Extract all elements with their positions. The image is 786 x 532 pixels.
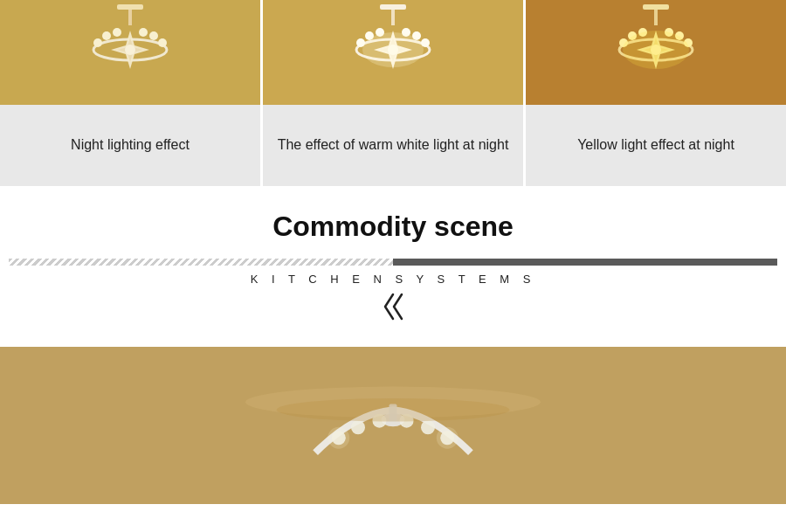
image-strip: Night lighting effect (0, 0, 786, 186)
lamp-icon-2 (336, 4, 450, 100)
svg-point-24 (362, 32, 424, 67)
divider-hatched (9, 259, 393, 266)
kitchen-label: K I T C H E N S Y S T E M S (0, 273, 786, 286)
svg-point-50 (277, 398, 510, 422)
divider-solid (393, 259, 777, 266)
svg-point-48 (328, 427, 349, 449)
svg-point-10 (149, 31, 158, 40)
chevron-down-icon (381, 289, 405, 324)
svg-rect-25 (643, 4, 669, 10)
svg-point-7 (102, 31, 111, 40)
svg-point-49 (437, 427, 458, 449)
lamp-icon-3 (599, 4, 713, 100)
svg-rect-12 (380, 4, 406, 10)
bottom-image (0, 347, 786, 504)
svg-point-46 (421, 420, 435, 434)
divider-row (9, 259, 777, 266)
lamp-icon-1 (73, 4, 187, 100)
svg-point-11 (158, 38, 167, 47)
svg-point-5 (125, 45, 135, 55)
svg-rect-1 (128, 10, 132, 25)
image-cell-3: Yellow light effect at night (526, 0, 786, 186)
svg-point-43 (351, 420, 365, 434)
svg-rect-13 (391, 10, 395, 25)
caption-1: Night lighting effect (0, 105, 260, 186)
middle-section: Commodity scene K I T C H E N S Y S T E … (0, 186, 786, 347)
bottom-lamp-image (218, 351, 568, 500)
svg-point-37 (623, 31, 689, 69)
caption-3: Yellow light effect at night (526, 105, 786, 186)
svg-point-8 (113, 28, 121, 37)
svg-rect-0 (117, 4, 143, 10)
commodity-title: Commodity scene (0, 211, 786, 243)
svg-point-9 (139, 28, 148, 37)
caption-2: The effect of warm white light at night (263, 105, 523, 186)
image-cell-1: Night lighting effect (0, 0, 263, 186)
svg-rect-26 (654, 10, 658, 25)
svg-point-6 (93, 38, 102, 47)
image-cell-2: The effect of warm white light at night (263, 0, 526, 186)
